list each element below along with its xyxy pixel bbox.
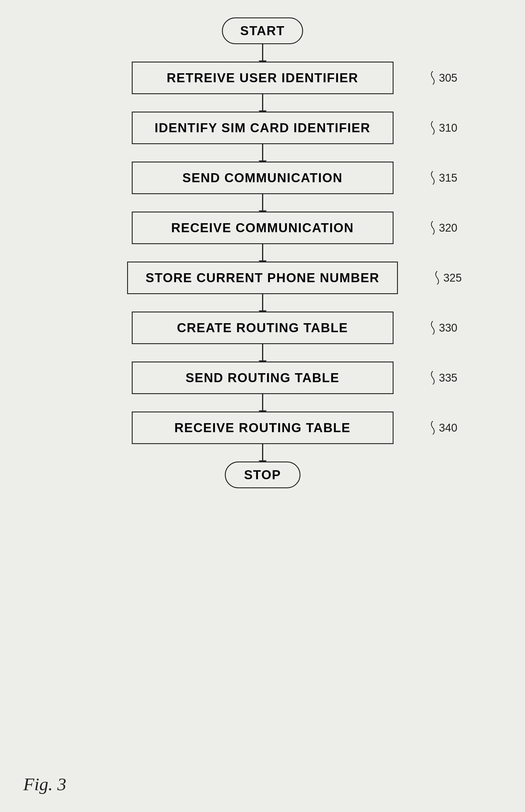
squiggle-icon-320 [429,221,437,235]
step-335-label: 335 [429,371,457,385]
step-305-row: RETREIVE USER IDENTIFIER 305 [132,62,393,94]
arrow-6 [262,294,263,312]
figure-label: Fig. 3 [23,774,66,795]
start-box: START [222,17,303,44]
step-340-box: RECEIVE ROUTING TABLE [132,411,393,444]
arrow-1 [262,44,263,62]
arrow-8 [262,394,263,411]
step-310-label: 310 [429,121,457,135]
squiggle-icon-325 [433,270,441,285]
step-340-label: 340 [429,421,457,435]
squiggle-icon-305 [429,71,437,85]
arrow-9 [262,444,263,462]
squiggle-icon-340 [429,421,437,435]
arrow-2 [262,94,263,112]
squiggle-icon-310 [429,121,437,135]
step-330-label: 330 [429,321,457,335]
step-320-row: RECEIVE COMMUNICATION 320 [132,212,393,244]
step-335-row: SEND ROUTING TABLE 335 [132,361,393,394]
step-305-box: RETREIVE USER IDENTIFIER [132,62,393,94]
arrow-3 [262,144,263,161]
stop-node: STOP [225,462,300,488]
arrow-4 [262,194,263,212]
squiggle-icon-330 [429,321,437,335]
start-node: START [222,17,303,44]
step-330-row: CREATE ROUTING TABLE 330 [132,312,393,344]
step-340-row: RECEIVE ROUTING TABLE 340 [132,411,393,444]
step-320-box: RECEIVE COMMUNICATION [132,212,393,244]
step-325-box: STORE CURRENT PHONE NUMBER [127,262,397,294]
arrow-7 [262,344,263,361]
squiggle-icon-315 [429,171,437,185]
step-325-label: 325 [433,270,462,285]
step-310-box: IDENTIFY SIM CARD IDENTIFIER [132,112,393,144]
step-315-box: SEND COMMUNICATION [132,161,393,194]
step-335-box: SEND ROUTING TABLE [132,361,393,394]
arrow-5 [262,244,263,262]
step-315-row: SEND COMMUNICATION 315 [132,161,393,194]
step-310-row: IDENTIFY SIM CARD IDENTIFIER 310 [132,112,393,144]
step-315-label: 315 [429,171,457,185]
stop-box: STOP [225,462,300,488]
step-325-row: STORE CURRENT PHONE NUMBER 325 [127,262,397,294]
squiggle-icon-335 [429,371,437,385]
flowchart: START RETREIVE USER IDENTIFIER 305 IDENT… [0,17,525,488]
step-320-label: 320 [429,221,457,235]
step-330-box: CREATE ROUTING TABLE [132,312,393,344]
step-305-label: 305 [429,71,457,85]
